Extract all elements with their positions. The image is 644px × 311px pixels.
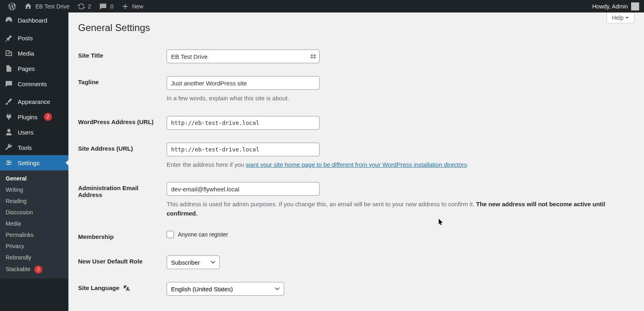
- sidebar-item-pages[interactable]: Pages: [0, 61, 68, 76]
- menu-label: Users: [18, 129, 33, 136]
- comment-icon: [5, 80, 13, 88]
- submenu-item-stackable[interactable]: Stackable 2: [0, 263, 68, 276]
- comments-link[interactable]: 0: [95, 2, 118, 10]
- sidebar-item-settings[interactable]: Settings: [0, 155, 68, 170]
- tagline-desc: In a few words, explain what this site i…: [167, 94, 634, 103]
- wp-url-input[interactable]: [167, 116, 320, 130]
- sidebar-item-posts[interactable]: Posts: [0, 30, 68, 46]
- sidebar-item-tools[interactable]: Tools: [0, 140, 68, 155]
- membership-label: Membership: [78, 224, 167, 249]
- site-language-label: Site Language: [78, 276, 167, 302]
- menu-label: Comments: [18, 81, 47, 87]
- admin-email-label: Administration Email Address: [78, 176, 167, 224]
- page-title: General Settings: [78, 22, 634, 33]
- update-icon: [78, 3, 85, 10]
- autofill-icon: [310, 53, 316, 60]
- updates-count: 2: [88, 3, 91, 10]
- submenu-item-permalinks[interactable]: Permalinks: [0, 229, 68, 241]
- plugin-icon: [5, 113, 13, 121]
- menu-label: Plugins: [18, 114, 37, 120]
- wrench-icon: [5, 143, 13, 151]
- admin-email-input[interactable]: [167, 182, 320, 196]
- home-icon: [24, 2, 32, 10]
- submenu-item-discussion[interactable]: Discussion: [0, 207, 68, 218]
- plus-icon: [122, 3, 129, 10]
- tagline-input[interactable]: [167, 76, 320, 90]
- help-tab[interactable]: Help: [607, 12, 634, 23]
- updates-link[interactable]: 2: [74, 3, 95, 10]
- submenu-item-media[interactable]: Media: [0, 218, 68, 229]
- sidebar-item-dashboard[interactable]: Dashboard: [0, 12, 68, 28]
- submenu-item-general[interactable]: General: [0, 173, 68, 184]
- submenu-item-privacy[interactable]: Privacy: [0, 241, 68, 252]
- site-url-desc-link[interactable]: want your site home page to be different…: [246, 161, 467, 168]
- tagline-label: Tagline: [78, 70, 167, 110]
- wp-url-label: WordPress Address (URL): [78, 110, 167, 136]
- site-url-desc: Enter the address here if you want your …: [167, 160, 634, 170]
- default-role-select[interactable]: Subscriber: [167, 255, 220, 269]
- admin-email-desc: This address is used for admin purposes.…: [167, 200, 634, 218]
- comment-icon: [99, 2, 107, 10]
- site-url-label: Site Address (URL): [78, 136, 167, 176]
- site-name: EB Test Drive: [35, 3, 70, 10]
- sidebar-item-comments[interactable]: Comments: [0, 76, 68, 91]
- submenu-item-rebrandly[interactable]: Rebrandly: [0, 252, 68, 263]
- menu-label: Settings: [18, 160, 39, 166]
- comments-count: 0: [110, 3, 114, 10]
- howdy-greeting[interactable]: Howdy, Admin: [592, 3, 628, 10]
- sidebar-item-media[interactable]: Media: [0, 46, 68, 61]
- plugins-badge: 2: [44, 113, 52, 121]
- avatar[interactable]: [631, 2, 639, 10]
- user-icon: [5, 128, 13, 136]
- pages-icon: [5, 64, 13, 73]
- chevron-down-icon: [625, 16, 629, 20]
- site-name-link[interactable]: EB Test Drive: [20, 2, 74, 10]
- sidebar-item-appearance[interactable]: Appearance: [0, 94, 68, 109]
- new-label: New: [132, 3, 143, 10]
- menu-label: Appearance: [18, 98, 50, 105]
- wp-logo[interactable]: [4, 2, 20, 10]
- sidebar-item-users[interactable]: Users: [0, 124, 68, 140]
- new-link[interactable]: New: [118, 3, 147, 10]
- admin-sidebar: Dashboard Posts Media Pages Comments App…: [0, 12, 68, 311]
- site-title-input[interactable]: [167, 50, 320, 63]
- membership-checkbox-label[interactable]: Anyone can register: [167, 231, 634, 238]
- brush-icon: [5, 97, 13, 106]
- site-url-input[interactable]: [167, 143, 320, 156]
- submenu-item-writing[interactable]: Writing: [0, 184, 68, 195]
- sidebar-item-plugins[interactable]: Plugins 2: [0, 109, 68, 124]
- translate-icon: [123, 284, 130, 293]
- menu-label: Pages: [18, 65, 35, 72]
- submenu-item-reading[interactable]: Reading: [0, 195, 68, 207]
- media-icon: [5, 49, 13, 57]
- menu-label: Posts: [18, 35, 33, 41]
- settings-form: Site Title Tagline In a few words, expla…: [78, 43, 634, 302]
- dashboard-icon: [5, 16, 13, 24]
- page-content: Help General Settings Site Title Tagline…: [68, 12, 644, 311]
- site-language-select[interactable]: English (United States): [167, 282, 284, 296]
- default-role-label: New User Default Role: [78, 249, 167, 276]
- admin-bar: EB Test Drive 2 0 New Howdy, Admin: [0, 0, 644, 12]
- wordpress-icon: [8, 2, 16, 10]
- menu-label: Media: [18, 50, 34, 57]
- membership-checkbox[interactable]: [167, 231, 174, 238]
- menu-label: Dashboard: [18, 17, 47, 24]
- settings-icon: [5, 159, 13, 167]
- pin-icon: [5, 34, 13, 42]
- stackable-badge: 2: [34, 265, 42, 274]
- menu-label: Tools: [18, 144, 32, 151]
- settings-submenu: General Writing Reading Discussion Media…: [0, 170, 68, 278]
- site-title-label: Site Title: [78, 43, 167, 70]
